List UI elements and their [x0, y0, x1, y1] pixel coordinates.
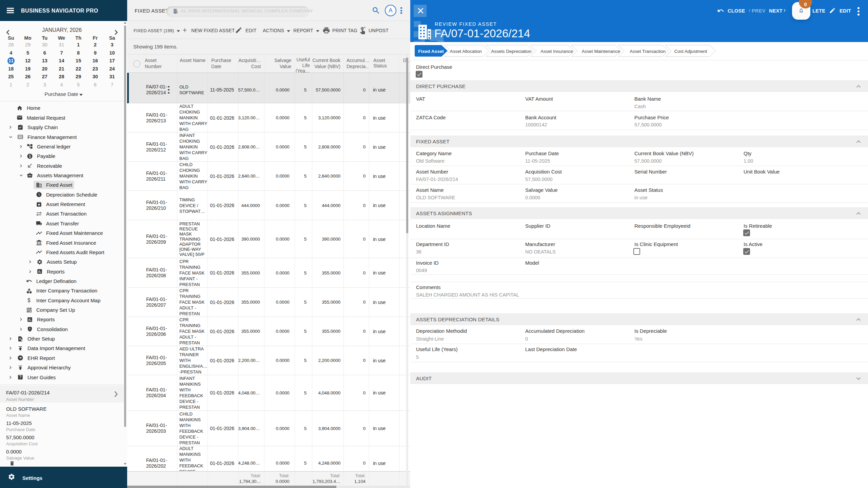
svg-text:Cost Adjustment: Cost Adjustment: [674, 49, 707, 54]
svg-text:Fixed Asset: Fixed Asset: [418, 49, 444, 54]
svg-text:Asset Transaction: Asset Transaction: [630, 49, 666, 54]
svg-text:Asset Allocation: Asset Allocation: [450, 49, 482, 54]
svg-text:Asset Maintenance: Asset Maintenance: [581, 49, 620, 54]
svg-text:Assets Depreciation: Assets Depreciation: [491, 49, 531, 54]
svg-text:Asset Insurance: Asset Insurance: [540, 49, 573, 54]
